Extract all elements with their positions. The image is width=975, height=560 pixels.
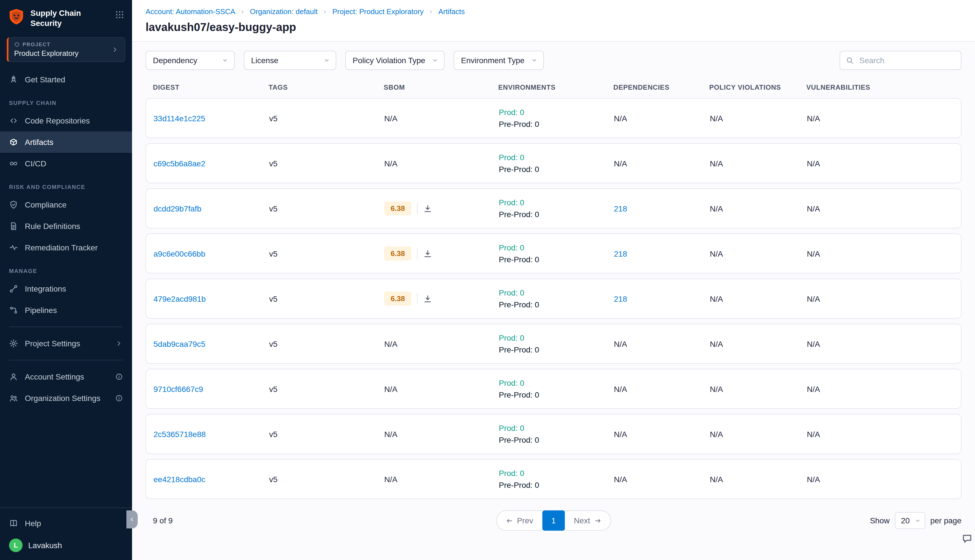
page-header: Account: Automation-SSCA Organization: d… <box>132 0 975 42</box>
table-header: DIGEST TAGS SBOM ENVIRONMENTS DEPENDENCI… <box>145 83 962 92</box>
sbom-cell: 6.38 <box>384 201 499 215</box>
chevron-right-icon <box>115 340 123 347</box>
nav-section-label: RISK AND COMPLIANCE <box>0 174 132 194</box>
dependencies-value: N/A <box>614 384 627 393</box>
sbom-value: N/A <box>384 113 397 123</box>
environments-cell: Prod: 0Pre-Prod: 0 <box>499 152 614 175</box>
dropdown-label: License <box>251 56 279 65</box>
digest-link[interactable]: 5dab9caa79c5 <box>154 339 205 348</box>
environment-type-filter-dropdown[interactable]: Environment Type <box>454 51 544 70</box>
project-selector[interactable]: PROJECT Product Exploratory <box>7 37 125 62</box>
digest-link[interactable]: dcdd29b7fafb <box>154 204 202 213</box>
digest-link[interactable]: 9710cf6667c9 <box>154 384 203 393</box>
project-name: Product Exploratory <box>14 49 111 58</box>
dependency-filter-dropdown[interactable]: Dependency <box>145 51 235 70</box>
dependencies-value: N/A <box>614 475 627 483</box>
chevron-right-icon <box>111 46 119 53</box>
breadcrumb-project[interactable]: Project: Product Exploratory <box>332 7 424 16</box>
sidebar-item-pipelines[interactable]: Pipelines <box>0 300 132 321</box>
sidebar-item-label: Pipelines <box>25 306 123 315</box>
artifacts-icon <box>9 138 18 147</box>
dependencies-link[interactable]: 218 <box>614 204 627 213</box>
grid-icon[interactable] <box>115 8 124 19</box>
digest-link[interactable]: 2c5365718e88 <box>154 430 206 438</box>
sidebar-item-label: CI/CD <box>25 159 123 168</box>
sidebar-item-account-settings[interactable]: Account Settings <box>0 366 132 387</box>
breadcrumb-account[interactable]: Account: Automation-SSCA <box>145 7 235 16</box>
chat-icon[interactable] <box>962 533 973 544</box>
next-label: Next <box>574 516 590 525</box>
tag-value: v5 <box>269 475 277 483</box>
page-size-dropdown[interactable]: 20 <box>895 512 925 529</box>
breadcrumb-organization[interactable]: Organization: default <box>250 7 318 16</box>
policy-violation-type-filter-dropdown[interactable]: Policy Violation Type <box>345 51 445 70</box>
sidebar-item-ci-cd[interactable]: CI/CD <box>0 153 132 174</box>
column-header-environments: ENVIRONMENTS <box>498 83 613 92</box>
sidebar-item-label: Rule Definitions <box>25 222 123 231</box>
digest-link[interactable]: 33d114e1c225 <box>154 113 205 123</box>
page-number-button[interactable]: 1 <box>542 510 565 531</box>
search-input[interactable] <box>858 55 955 65</box>
chevron-down-icon <box>323 57 330 64</box>
sbom-score-badge: 6.38 <box>384 247 411 260</box>
integrations-icon <box>9 284 18 293</box>
vulnerabilities-value: N/A <box>807 339 820 348</box>
search-box <box>840 51 962 70</box>
tag-value: v5 <box>269 204 277 213</box>
breadcrumb: Account: Automation-SSCA Organization: d… <box>145 7 962 16</box>
policy-violations-value: N/A <box>710 204 723 213</box>
sidebar-item-help[interactable]: Help <box>0 513 132 534</box>
digest-link[interactable]: a9c6e00c66bb <box>154 249 205 258</box>
compliance-icon <box>9 200 18 209</box>
sidebar-sections: SUPPLY CHAINCode RepositoriesArtifactsCI… <box>0 90 132 321</box>
shield-logo-icon <box>8 8 25 25</box>
column-header-tags: TAGS <box>269 83 384 92</box>
license-filter-dropdown[interactable]: License <box>244 51 336 70</box>
policy-violations-value: N/A <box>710 294 723 303</box>
table-row: 33d114e1c225v5N/AProd: 0Pre-Prod: 0N/AN/… <box>145 98 962 138</box>
sidebar-collapse-handle[interactable] <box>126 510 138 528</box>
pagination-summary: 9 of 9 <box>145 516 173 525</box>
vulnerabilities-value: N/A <box>807 384 820 393</box>
sbom-score-badge: 6.38 <box>384 201 411 215</box>
info-icon <box>115 394 123 402</box>
sidebar-bottom: Help L Lavakush <box>0 508 132 560</box>
sidebar-item-project-settings[interactable]: Project Settings <box>0 333 132 354</box>
table-row: 9710cf6667c9v5N/AProd: 0Pre-Prod: 0N/AN/… <box>145 369 962 409</box>
sidebar-item-remediation-tracker[interactable]: Remediation Tracker <box>0 237 132 258</box>
vulnerabilities-value: N/A <box>807 113 820 123</box>
sidebar-item-get-started[interactable]: Get Started <box>0 69 132 90</box>
prev-page-button[interactable]: Prev <box>496 510 542 531</box>
digest-link[interactable]: c69c5b6a8ae2 <box>154 159 205 168</box>
env-preprod-count: Pre-Prod: 0 <box>499 389 614 400</box>
sidebar-item-integrations[interactable]: Integrations <box>0 278 132 300</box>
chevron-down-icon <box>432 57 438 64</box>
env-preprod-count: Pre-Prod: 0 <box>499 118 614 130</box>
env-prod-count: Prod: 0 <box>499 197 614 208</box>
user-menu[interactable]: L Lavakush <box>0 534 132 554</box>
env-preprod-count: Pre-Prod: 0 <box>499 208 614 220</box>
digest-link[interactable]: 479e2acd981b <box>154 294 206 303</box>
sbom-download-button[interactable] <box>423 294 432 303</box>
sbom-download-button[interactable] <box>423 204 432 213</box>
sidebar-item-compliance[interactable]: Compliance <box>0 194 132 215</box>
tag-value: v5 <box>269 294 277 303</box>
table-row: a9c6e00c66bbv56.38Prod: 0Pre-Prod: 0218N… <box>145 233 962 273</box>
sbom-value: N/A <box>384 339 397 348</box>
sidebar-item-code-repositories[interactable]: Code Repositories <box>0 110 132 132</box>
sidebar-item-label: Artifacts <box>25 138 123 147</box>
tag-value: v5 <box>269 159 277 168</box>
info-icon <box>115 373 123 381</box>
sidebar-item-artifacts[interactable]: Artifacts <box>0 132 132 153</box>
sidebar-item-rule-definitions[interactable]: Rule Definitions <box>0 215 132 237</box>
policy-violations-value: N/A <box>710 475 723 483</box>
dependencies-link[interactable]: 218 <box>614 249 627 258</box>
sbom-download-button[interactable] <box>423 249 432 258</box>
next-page-button[interactable]: Next <box>565 510 611 531</box>
sbom-value: N/A <box>384 384 397 393</box>
per-page-label: per page <box>930 516 962 525</box>
digest-link[interactable]: ee4218cdba0c <box>154 475 205 483</box>
dependencies-link[interactable]: 218 <box>614 294 627 303</box>
sidebar-item-organization-settings[interactable]: Organization Settings <box>0 387 132 409</box>
brand-header: Supply Chain Security <box>0 0 132 34</box>
